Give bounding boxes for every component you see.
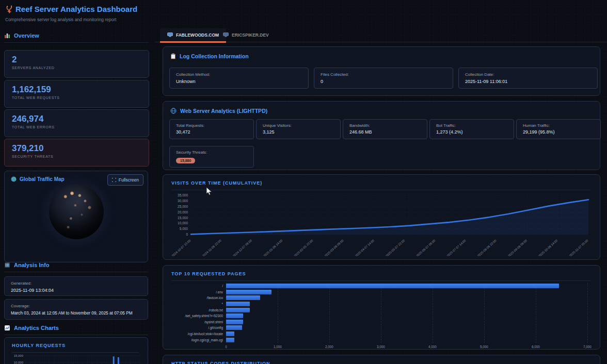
bar: [226, 290, 271, 294]
stat-label: SERVERS ANALYZED: [12, 66, 149, 70]
monitor-icon: [167, 32, 173, 37]
analysis-icon: [4, 262, 10, 268]
bar-label: /robots.txt: [171, 308, 226, 312]
stat-value: 246.68 MB: [349, 129, 427, 135]
fullscreen-label: Fullscreen: [119, 177, 139, 183]
field-label: Collection Date:: [465, 72, 597, 77]
traffic-map-title: Global Traffic Map: [11, 176, 65, 182]
collection-date-card: Collection Date: 2025-11-09 11:06:01: [458, 68, 598, 89]
human-traffic-card: Human Traffic: 29,199 (95.8%): [516, 119, 601, 139]
svg-text:25,000: 25,000: [178, 205, 188, 208]
field-value: 0: [321, 79, 453, 84]
bandwidth-card: Bandwidth: 246.68 MB: [343, 119, 427, 139]
traffic-map-title-label: Global Traffic Map: [20, 176, 65, 182]
bar-label: /cgi-bin/luci/;stok=/locale: [171, 332, 226, 336]
bar-label: /favicon.ico: [171, 296, 226, 300]
table-row: *: [171, 301, 590, 307]
bar-chart-icon: [4, 32, 10, 39]
svg-text:2025-01-06 14:00: 2025-01-06 14:00: [263, 239, 283, 256]
generated-label: Generated:: [11, 281, 148, 286]
hourly-requests-panel: HOURLY REQUESTS 15,00010,000: [4, 337, 148, 364]
bar-label: /.git/config: [171, 326, 226, 329]
bar: [226, 325, 242, 330]
page-subtitle: Comprehensive server log analysis and mo…: [5, 17, 116, 22]
bar-label: /login.cgi/cgi_main.cgi: [171, 338, 226, 342]
visits-over-time-panel: VISITS OVER TIME (CUMULATIVE) 05,00010,0…: [163, 174, 600, 260]
stat-label: SECURITY THREATS: [12, 155, 149, 158]
stat-value: 1,162,159: [12, 85, 149, 94]
svg-text:2024-11-06 22:00: 2024-11-06 22:00: [202, 239, 222, 256]
svg-text:0: 0: [186, 233, 188, 236]
svg-text:2025-03-08 06:00: 2025-03-08 06:00: [324, 239, 345, 256]
web-analytics-title: Web Server Analytics (LIGHTTPD): [170, 108, 267, 114]
svg-text:15,000: 15,000: [178, 216, 188, 220]
stat-label: TOTAL WEB REQUESTS: [12, 96, 149, 100]
earth-globe-image[interactable]: [49, 185, 104, 239]
global-traffic-map-panel: Global Traffic Map Fullscreen: [4, 171, 148, 262]
bar: [226, 313, 243, 318]
field-label: Files Collected:: [321, 72, 453, 77]
visits-chart-title: VISITS OVER TIME (CUMULATIVE): [171, 180, 590, 190]
stat-label: Bandwidth:: [349, 123, 427, 128]
section-overview-label: Overview: [14, 32, 39, 39]
svg-text:2025-09-06 06:00: 2025-09-06 06:00: [507, 239, 528, 256]
svg-text:5,000: 5,000: [180, 227, 188, 230]
stat-value: 3,125: [263, 129, 340, 135]
files-collected-card: Files Collected: 0: [314, 68, 453, 89]
bar-label: /: [171, 284, 226, 288]
bar: [226, 320, 243, 324]
svg-text:15,000: 15,000: [14, 354, 24, 357]
svg-text:2024-12-07 06:00: 2024-12-07 06:00: [232, 239, 253, 256]
fullscreen-icon: [112, 178, 116, 182]
web-analytics-title-label: Web Server Analytics (LIGHTTPD): [180, 108, 267, 114]
svg-text:2025-07-07 14:00: 2025-07-07 14:00: [446, 239, 467, 256]
svg-text:35,000: 35,000: [178, 193, 188, 197]
hourly-requests-title: HOURLY REQUESTS: [12, 343, 139, 353]
status-codes-panel: HTTP STATUS CODES DISTRIBUTION: [163, 355, 600, 364]
svg-text:2025-11-07 05:00: 2025-11-07 05:00: [569, 239, 589, 256]
tick-label: 0: [225, 345, 227, 349]
stat-label: TOTAL WEB ERRORS: [12, 125, 149, 129]
generated-value: 2025-11-09 13:04:04: [11, 288, 148, 293]
svg-text:30,000: 30,000: [178, 199, 188, 203]
svg-text:10,000: 10,000: [14, 361, 24, 364]
threat-count-badge: 15,880: [176, 158, 195, 163]
stat-label: Security Threats:: [176, 150, 253, 155]
unique-visitors-card: Unique Visitors: 3,125: [256, 119, 341, 139]
stat-label: Total Requests:: [176, 123, 253, 128]
svg-text:10,000: 10,000: [178, 221, 188, 225]
top-pages-bar-chart: //.env/favicon.ico*/robots.txt/set_safet…: [171, 283, 590, 350]
svg-text:2025-08-06 22:00: 2025-08-06 22:00: [477, 239, 498, 256]
table-row: /login.cgi/cgi_main.cgi: [171, 337, 590, 343]
tick-label: 5,000: [480, 345, 488, 349]
stat-value: 29,199 (95.8%): [523, 129, 600, 135]
server-tabbar: FABLEWOODS.COM ERICSPIKER.DEV: [155, 28, 607, 42]
section-analytics-charts: Analytics Charts: [4, 325, 148, 335]
total-requests-card: Total Requests: 30,472: [169, 119, 254, 139]
svg-text:2025-05-07 22:00: 2025-05-07 22:00: [385, 239, 406, 256]
stat-label: Bot Traffic:: [436, 123, 514, 128]
fullscreen-button[interactable]: Fullscreen: [107, 174, 143, 186]
page-title: Reef Server Analytics Dashboard: [15, 5, 137, 13]
bar-label: /sysinit.shtml: [171, 320, 226, 324]
bar-label: /.env: [171, 290, 226, 294]
coral-icon: [5, 5, 13, 13]
tick-label: 2,000: [325, 345, 333, 349]
coverage-value: March 03, 2024 at 12:05 AM to November 0…: [11, 310, 148, 316]
table-row: /set_safety.shtml?r=52300: [171, 313, 590, 319]
stat-requests: 1,162,159 TOTAL WEB REQUESTS: [4, 80, 149, 108]
coverage-label: Coverage:: [11, 304, 148, 308]
bar: [226, 338, 234, 342]
monitor-icon: [223, 32, 229, 37]
bar-label: /set_safety.shtml?r=52300: [171, 314, 226, 318]
hourly-requests-chart: 15,00010,000: [8, 352, 143, 364]
log-collection-title-label: Log Collection Information: [180, 53, 249, 59]
bar: [226, 284, 559, 288]
line-chart-icon: [4, 325, 10, 331]
stat-errors: 246,974 TOTAL WEB ERRORS: [4, 109, 149, 137]
field-label: Collection Method:: [176, 72, 308, 77]
tick-label: 6,000: [532, 345, 540, 349]
stat-value: 1,273 (4.2%): [436, 129, 514, 135]
tick-label: 7,000: [583, 345, 592, 349]
tab-ericspiker[interactable]: ERICSPIKER.DEV: [216, 28, 276, 41]
